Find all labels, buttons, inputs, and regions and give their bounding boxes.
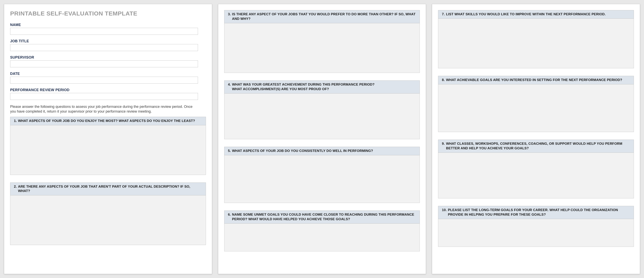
answer-5[interactable] (224, 155, 420, 203)
question-8-text: WHAT ACHIEVABLE GOALS ARE YOU INTERESTED… (446, 78, 630, 82)
answer-10[interactable] (438, 219, 634, 247)
question-6-number: 6. (228, 213, 231, 222)
question-9-text: WHAT CLASSES, WORKSHOPS, CONFERENCES, CO… (446, 142, 630, 151)
input-supervisor[interactable] (10, 60, 198, 67)
question-7-text: LIST WHAT SKILLS YOU WOULD LIKE TO IMPRO… (446, 12, 630, 17)
question-7-header: 7. LIST WHAT SKILLS YOU WOULD LIKE TO IM… (438, 10, 634, 19)
question-1-header: 1. WHAT ASPECTS OF YOUR JOB DO YOU ENJOY… (10, 117, 206, 125)
question-5-text: WHAT ASPECTS OF YOUR JOB DO YOU CONSISTE… (232, 149, 416, 153)
question-1-text: WHAT ASPECTS OF YOUR JOB DO YOU ENJOY TH… (18, 119, 202, 123)
answer-4[interactable] (224, 93, 420, 139)
input-job-title[interactable] (10, 44, 198, 51)
question-3: 3. IS THERE ANY ASPECT OF YOUR JOBS THAT… (224, 10, 420, 74)
question-3-text: IS THERE ANY ASPECT OF YOUR JOBS THAT YO… (232, 12, 416, 21)
answer-3[interactable] (224, 23, 420, 73)
question-4-text: WHAT WAS YOUR GREATEST ACHIEVEMENT DURIN… (232, 82, 416, 91)
question-7: 7. LIST WHAT SKILLS YOU WOULD LIKE TO IM… (438, 10, 634, 69)
question-9: 9. WHAT CLASSES, WORKSHOPS, CONFERENCES,… (438, 140, 634, 199)
question-10: 10. PLEASE LIST THE LONG-TERM GOALS FOR … (438, 206, 634, 248)
answer-7[interactable] (438, 19, 634, 68)
answer-6[interactable] (224, 224, 420, 251)
field-name: NAME (10, 23, 206, 35)
answer-2[interactable] (10, 195, 206, 245)
question-2-number: 2. (14, 185, 17, 194)
label-supervisor: SUPERVISOR (10, 55, 206, 59)
answer-8[interactable] (438, 84, 634, 132)
question-5-number: 5. (228, 149, 231, 153)
question-4: 4. WHAT WAS YOUR GREATEST ACHIEVEMENT DU… (224, 80, 420, 140)
answer-1[interactable] (10, 125, 206, 175)
label-date: DATE (10, 72, 206, 76)
question-4-header: 4. WHAT WAS YOUR GREATEST ACHIEVEMENT DU… (224, 80, 420, 93)
question-4-number: 4. (228, 82, 231, 91)
question-3-header: 3. IS THERE ANY ASPECT OF YOUR JOBS THAT… (224, 10, 420, 23)
input-date[interactable] (10, 77, 198, 84)
page-3: 7. LIST WHAT SKILLS YOU WOULD LIKE TO IM… (432, 4, 640, 274)
field-review-period: PERFORMANCE REVIEW PERIOD (10, 88, 206, 100)
field-date: DATE (10, 72, 206, 84)
answer-9[interactable] (438, 153, 634, 198)
question-8-number: 8. (442, 78, 445, 82)
document-title: PRINTABLE SELF-EVALUATION TEMPLATE (10, 10, 206, 17)
label-job-title: JOB TITLE (10, 39, 206, 43)
question-8-header: 8. WHAT ACHIEVABLE GOALS ARE YOU INTERES… (438, 76, 634, 84)
question-5-header: 5. WHAT ASPECTS OF YOUR JOB DO YOU CONSI… (224, 147, 420, 155)
field-supervisor: SUPERVISOR (10, 55, 206, 67)
question-7-number: 7. (442, 12, 445, 17)
question-1-number: 1. (14, 119, 17, 123)
question-2-text: ARE THERE ANY ASPECTS OF YOUR JOB THAT A… (18, 185, 202, 194)
label-name: NAME (10, 23, 206, 27)
document-canvas: PRINTABLE SELF-EVALUATION TEMPLATE NAME … (0, 0, 644, 278)
input-review-period[interactable] (10, 93, 198, 100)
question-8: 8. WHAT ACHIEVABLE GOALS ARE YOU INTERES… (438, 76, 634, 133)
input-name[interactable] (10, 28, 198, 35)
question-5: 5. WHAT ASPECTS OF YOUR JOB DO YOU CONSI… (224, 147, 420, 204)
question-2: 2. ARE THERE ANY ASPECTS OF YOUR JOB THA… (10, 183, 206, 246)
question-9-number: 9. (442, 142, 445, 151)
question-6-header: 6. NAME SOME UNMET GOALS YOU COULD HAVE … (224, 211, 420, 224)
question-10-text: PLEASE LIST THE LONG-TERM GOALS FOR YOUR… (448, 208, 630, 217)
field-job-title: JOB TITLE (10, 39, 206, 51)
instructions-text: Please answer the following questions to… (10, 104, 198, 114)
question-6: 6. NAME SOME UNMET GOALS YOU COULD HAVE … (224, 211, 420, 252)
question-2-header: 2. ARE THERE ANY ASPECTS OF YOUR JOB THA… (10, 183, 206, 196)
question-3-number: 3. (228, 12, 231, 21)
question-9-header: 9. WHAT CLASSES, WORKSHOPS, CONFERENCES,… (438, 140, 634, 153)
page-2: 3. IS THERE ANY ASPECT OF YOUR JOBS THAT… (218, 4, 426, 274)
page-1: PRINTABLE SELF-EVALUATION TEMPLATE NAME … (4, 4, 212, 274)
question-6-text: NAME SOME UNMET GOALS YOU COULD HAVE COM… (232, 213, 416, 222)
question-10-number: 10. (442, 208, 447, 217)
label-review-period: PERFORMANCE REVIEW PERIOD (10, 88, 206, 92)
question-10-header: 10. PLEASE LIST THE LONG-TERM GOALS FOR … (438, 206, 634, 219)
question-1: 1. WHAT ASPECTS OF YOUR JOB DO YOU ENJOY… (10, 117, 206, 176)
